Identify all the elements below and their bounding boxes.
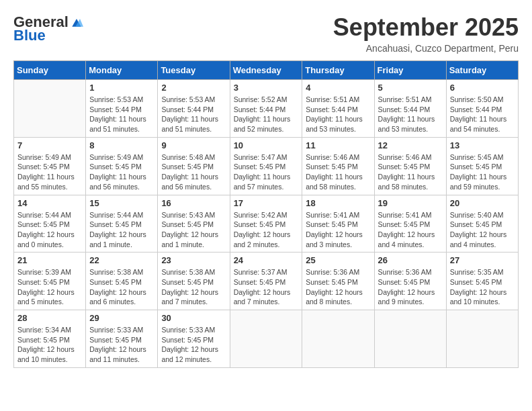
day-info: Sunrise: 5:33 AM Sunset: 5:45 PM Dayligh…: [89, 325, 154, 365]
day-info: Sunrise: 5:51 AM Sunset: 5:44 PM Dayligh…: [306, 95, 370, 134]
day-info: Sunrise: 5:53 AM Sunset: 5:44 PM Dayligh…: [161, 95, 226, 134]
location-text: Ancahuasi, Cuzco Department, Peru: [333, 43, 519, 54]
day-info: Sunrise: 5:34 AM Sunset: 5:45 PM Dayligh…: [17, 325, 82, 365]
day-number: 24: [234, 255, 299, 265]
calendar-day-cell: 26Sunrise: 5:36 AM Sunset: 5:45 PM Dayli…: [374, 253, 446, 310]
calendar-day-cell: 9Sunrise: 5:48 AM Sunset: 5:45 PM Daylig…: [158, 137, 230, 195]
calendar-day-cell: [14, 80, 86, 138]
calendar-day-cell: [230, 310, 302, 368]
calendar-day-cell: 20Sunrise: 5:40 AM Sunset: 5:45 PM Dayli…: [446, 195, 518, 253]
calendar-day-cell: 25Sunrise: 5:36 AM Sunset: 5:45 PM Dayli…: [302, 253, 374, 310]
day-info: Sunrise: 5:33 AM Sunset: 5:45 PM Dayligh…: [161, 325, 226, 365]
day-number: 20: [450, 198, 515, 208]
day-number: 19: [378, 198, 443, 208]
calendar-day-cell: 3Sunrise: 5:52 AM Sunset: 5:44 PM Daylig…: [230, 80, 302, 138]
weekday-header: Monday: [86, 61, 158, 80]
calendar-header-row: SundayMondayTuesdayWednesdayThursdayFrid…: [14, 61, 519, 80]
day-info: Sunrise: 5:41 AM Sunset: 5:45 PM Dayligh…: [306, 210, 370, 250]
calendar-day-cell: 18Sunrise: 5:41 AM Sunset: 5:45 PM Dayli…: [302, 195, 374, 253]
calendar-day-cell: [374, 310, 446, 368]
day-info: Sunrise: 5:48 AM Sunset: 5:45 PM Dayligh…: [161, 152, 226, 192]
day-number: 30: [161, 313, 226, 323]
title-block: September 2025 Ancahuasi, Cuzco Departme…: [333, 13, 519, 54]
day-info: Sunrise: 5:38 AM Sunset: 5:45 PM Dayligh…: [89, 267, 154, 307]
calendar-week-row: 28Sunrise: 5:34 AM Sunset: 5:45 PM Dayli…: [14, 310, 519, 368]
day-info: Sunrise: 5:43 AM Sunset: 5:45 PM Dayligh…: [161, 210, 226, 250]
calendar-day-cell: 2Sunrise: 5:53 AM Sunset: 5:44 PM Daylig…: [158, 80, 230, 138]
day-info: Sunrise: 5:46 AM Sunset: 5:45 PM Dayligh…: [306, 152, 370, 192]
day-number: 1: [89, 83, 154, 93]
day-info: Sunrise: 5:51 AM Sunset: 5:44 PM Dayligh…: [378, 95, 443, 134]
calendar-day-cell: 23Sunrise: 5:38 AM Sunset: 5:45 PM Dayli…: [158, 253, 230, 310]
calendar-week-row: 14Sunrise: 5:44 AM Sunset: 5:45 PM Dayli…: [14, 195, 519, 253]
logo-blue-text: Blue: [13, 27, 46, 44]
day-number: 3: [234, 83, 299, 93]
calendar-day-cell: 7Sunrise: 5:49 AM Sunset: 5:45 PM Daylig…: [14, 137, 86, 195]
calendar-day-cell: 16Sunrise: 5:43 AM Sunset: 5:45 PM Dayli…: [158, 195, 230, 253]
day-info: Sunrise: 5:44 AM Sunset: 5:45 PM Dayligh…: [17, 210, 82, 250]
weekday-header: Sunday: [14, 61, 86, 80]
day-number: 16: [161, 198, 226, 208]
day-info: Sunrise: 5:47 AM Sunset: 5:45 PM Dayligh…: [234, 152, 299, 192]
day-number: 15: [89, 198, 154, 208]
page-header: General Blue September 2025 Ancahuasi, C…: [13, 13, 519, 54]
day-info: Sunrise: 5:38 AM Sunset: 5:45 PM Dayligh…: [161, 267, 226, 307]
calendar-day-cell: 10Sunrise: 5:47 AM Sunset: 5:45 PM Dayli…: [230, 137, 302, 195]
month-title: September 2025: [333, 13, 519, 42]
day-number: 18: [306, 198, 370, 208]
calendar-day-cell: 13Sunrise: 5:45 AM Sunset: 5:45 PM Dayli…: [446, 137, 518, 195]
calendar-day-cell: 29Sunrise: 5:33 AM Sunset: 5:45 PM Dayli…: [86, 310, 158, 368]
day-info: Sunrise: 5:37 AM Sunset: 5:45 PM Dayligh…: [234, 267, 299, 307]
day-number: 17: [234, 198, 299, 208]
day-info: Sunrise: 5:53 AM Sunset: 5:44 PM Dayligh…: [89, 95, 154, 134]
calendar-day-cell: 24Sunrise: 5:37 AM Sunset: 5:45 PM Dayli…: [230, 253, 302, 310]
day-info: Sunrise: 5:36 AM Sunset: 5:45 PM Dayligh…: [306, 267, 370, 307]
day-number: 7: [17, 140, 82, 150]
day-number: 21: [17, 255, 82, 265]
day-number: 29: [89, 313, 154, 323]
weekday-header: Tuesday: [158, 61, 230, 80]
calendar-day-cell: 14Sunrise: 5:44 AM Sunset: 5:45 PM Dayli…: [14, 195, 86, 253]
calendar-table: SundayMondayTuesdayWednesdayThursdayFrid…: [13, 60, 519, 368]
day-info: Sunrise: 5:45 AM Sunset: 5:45 PM Dayligh…: [450, 152, 515, 192]
day-number: 4: [306, 83, 370, 93]
day-number: 27: [450, 255, 515, 265]
weekday-header: Wednesday: [230, 61, 302, 80]
day-info: Sunrise: 5:42 AM Sunset: 5:45 PM Dayligh…: [234, 210, 299, 250]
calendar-week-row: 7Sunrise: 5:49 AM Sunset: 5:45 PM Daylig…: [14, 137, 519, 195]
calendar-day-cell: 8Sunrise: 5:49 AM Sunset: 5:45 PM Daylig…: [86, 137, 158, 195]
day-info: Sunrise: 5:49 AM Sunset: 5:45 PM Dayligh…: [89, 152, 154, 192]
day-number: 2: [161, 83, 226, 93]
day-number: 12: [378, 140, 443, 150]
day-info: Sunrise: 5:44 AM Sunset: 5:45 PM Dayligh…: [89, 210, 154, 250]
calendar-day-cell: 30Sunrise: 5:33 AM Sunset: 5:45 PM Dayli…: [158, 310, 230, 368]
calendar-day-cell: 17Sunrise: 5:42 AM Sunset: 5:45 PM Dayli…: [230, 195, 302, 253]
calendar-day-cell: 1Sunrise: 5:53 AM Sunset: 5:44 PM Daylig…: [86, 80, 158, 138]
day-number: 13: [450, 140, 515, 150]
calendar-day-cell: 19Sunrise: 5:41 AM Sunset: 5:45 PM Dayli…: [374, 195, 446, 253]
day-number: 11: [306, 140, 370, 150]
day-number: 25: [306, 255, 370, 265]
day-info: Sunrise: 5:39 AM Sunset: 5:45 PM Dayligh…: [17, 267, 82, 307]
logo-icon: [70, 15, 83, 29]
calendar-day-cell: 5Sunrise: 5:51 AM Sunset: 5:44 PM Daylig…: [374, 80, 446, 138]
day-info: Sunrise: 5:50 AM Sunset: 5:44 PM Dayligh…: [450, 95, 515, 134]
calendar-day-cell: 22Sunrise: 5:38 AM Sunset: 5:45 PM Dayli…: [86, 253, 158, 310]
weekday-header: Saturday: [446, 61, 518, 80]
calendar-day-cell: 4Sunrise: 5:51 AM Sunset: 5:44 PM Daylig…: [302, 80, 374, 138]
day-info: Sunrise: 5:40 AM Sunset: 5:45 PM Dayligh…: [450, 210, 515, 250]
calendar-day-cell: 6Sunrise: 5:50 AM Sunset: 5:44 PM Daylig…: [446, 80, 518, 138]
calendar-day-cell: [302, 310, 374, 368]
day-number: 5: [378, 83, 443, 93]
calendar-day-cell: 28Sunrise: 5:34 AM Sunset: 5:45 PM Dayli…: [14, 310, 86, 368]
calendar-day-cell: [446, 310, 518, 368]
day-number: 26: [378, 255, 443, 265]
day-number: 23: [161, 255, 226, 265]
calendar-day-cell: 21Sunrise: 5:39 AM Sunset: 5:45 PM Dayli…: [14, 253, 86, 310]
day-number: 10: [234, 140, 299, 150]
day-info: Sunrise: 5:41 AM Sunset: 5:45 PM Dayligh…: [378, 210, 443, 250]
calendar-day-cell: 11Sunrise: 5:46 AM Sunset: 5:45 PM Dayli…: [302, 137, 374, 195]
day-info: Sunrise: 5:36 AM Sunset: 5:45 PM Dayligh…: [378, 267, 443, 307]
day-number: 9: [161, 140, 226, 150]
day-info: Sunrise: 5:52 AM Sunset: 5:44 PM Dayligh…: [234, 95, 299, 134]
